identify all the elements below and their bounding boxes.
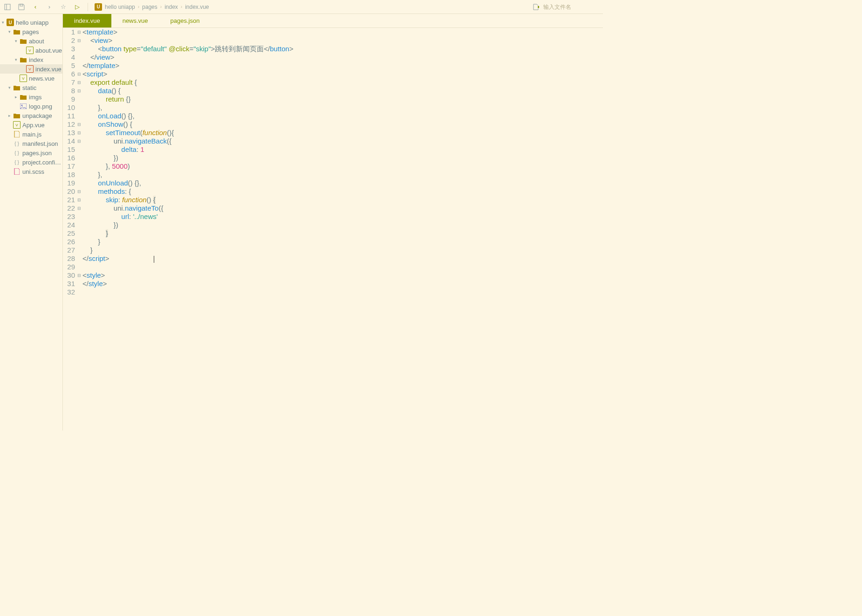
code-line[interactable]: delta: 1 — [82, 145, 294, 154]
tab-index-vue[interactable]: index.vue — [63, 14, 111, 27]
code-line[interactable]: <style> — [82, 271, 294, 280]
fold-icon[interactable]: ⊟ — [77, 271, 82, 280]
star-icon[interactable]: ☆ — [60, 3, 67, 11]
code-line[interactable]: </template> — [82, 62, 294, 70]
tree-label: about.vue — [35, 47, 62, 54]
code-line[interactable]: }) — [82, 154, 294, 162]
code-line[interactable]: setTimeout(function(){ — [82, 129, 294, 137]
code-line[interactable]: onLoad() {}, — [82, 112, 294, 120]
line-number: 30 — [63, 271, 77, 280]
line-number: 23 — [63, 212, 77, 221]
line-number: 15 — [63, 145, 77, 154]
fold-icon[interactable]: ⊟ — [77, 204, 82, 212]
code-line[interactable]: <view> — [82, 36, 294, 45]
code-line[interactable]: methods: { — [82, 187, 294, 196]
file-search-input[interactable] — [543, 4, 599, 10]
breadcrumb-item[interactable]: hello uniapp — [105, 4, 135, 10]
fold-icon[interactable]: ⊟ — [77, 137, 82, 145]
fold-icon — [77, 238, 82, 246]
fold-icon[interactable]: ⊟ — [77, 196, 82, 204]
code-line[interactable]: </script> — [82, 254, 294, 263]
code-line[interactable]: <button type="default" @click="skip">跳转到… — [82, 45, 294, 53]
code-line[interactable]: onUnload() {}, — [82, 179, 294, 187]
line-number: 29 — [63, 263, 77, 271]
fold-icon[interactable]: ⊟ — [77, 28, 82, 36]
breadcrumb-item[interactable]: index.vue — [185, 4, 209, 10]
tree-item[interactable]: uni.scss — [0, 167, 62, 176]
fold-icon[interactable]: ⊟ — [77, 87, 82, 95]
fold-icon — [77, 103, 82, 112]
panel-toggle-icon[interactable] — [4, 3, 11, 11]
code-line[interactable]: data() { — [82, 87, 294, 95]
code-line[interactable]: onShow() { — [82, 120, 294, 129]
run-icon[interactable]: ▷ — [74, 3, 81, 11]
tree-item[interactable]: { }manifest.json — [0, 139, 62, 148]
code-line[interactable]: }) — [82, 221, 294, 229]
code-line[interactable]: uni.navigateBack({ — [82, 137, 294, 145]
fold-icon — [77, 179, 82, 187]
tree-item[interactable]: Vabout.vue — [0, 46, 62, 55]
fold-icon — [77, 246, 82, 254]
code-line[interactable]: <template> — [82, 28, 294, 36]
breadcrumb-item[interactable]: pages — [142, 4, 157, 10]
fold-icon[interactable]: ⊟ — [77, 70, 82, 78]
code-line[interactable]: } — [82, 238, 294, 246]
breadcrumb: U hello uniapp › pages › index › index.v… — [95, 3, 209, 11]
tree-item[interactable]: ▾pages — [0, 27, 62, 36]
svg-point-6 — [21, 105, 23, 106]
file-icon — [13, 112, 21, 119]
line-number: 9 — [63, 95, 77, 103]
tree-item[interactable]: Vnews.vue — [0, 74, 62, 83]
code-line[interactable]: <script> — [82, 70, 294, 78]
tab-news-vue[interactable]: news.vue — [111, 14, 159, 27]
tree-item[interactable]: { }project.config.... — [0, 157, 62, 167]
tree-item[interactable]: { }pages.json — [0, 148, 62, 157]
code-line[interactable]: } — [82, 229, 294, 238]
code-editor[interactable]: 1⊟2⊟3456⊟7⊟8⊟9101112⊟13⊟14⊟151617181920⊟… — [63, 28, 603, 431]
code-line[interactable]: uni.navigateTo({ — [82, 204, 294, 212]
tree-item[interactable]: ▸unpackage — [0, 111, 62, 120]
tree-item[interactable]: Vindex.vue — [0, 64, 62, 74]
tree-item[interactable]: ▾static — [0, 83, 62, 92]
tree-item[interactable]: ▾about — [0, 36, 62, 46]
new-file-icon[interactable] — [532, 3, 540, 11]
project-icon: U — [95, 3, 102, 11]
code-line[interactable]: } — [82, 246, 294, 254]
breadcrumb-item[interactable]: index — [164, 4, 178, 10]
line-number: 4 — [63, 53, 77, 62]
code-line[interactable]: url: '../news' — [82, 212, 294, 221]
code-line[interactable]: </view> — [82, 53, 294, 62]
code-line[interactable]: }, 5000) — [82, 162, 294, 171]
fold-icon[interactable]: ⊟ — [77, 78, 82, 87]
tree-root[interactable]: ▾ U hello uniapp — [0, 18, 62, 27]
tree-item[interactable]: ▾index — [0, 55, 62, 64]
file-icon — [13, 130, 21, 138]
fold-icon[interactable]: ⊟ — [77, 129, 82, 137]
save-icon[interactable] — [18, 3, 25, 11]
code-line[interactable]: }, — [82, 103, 294, 112]
tab-pages-json[interactable]: pages.json — [159, 14, 211, 27]
tree-item[interactable]: main.js — [0, 130, 62, 139]
code-line[interactable]: export default { — [82, 78, 294, 87]
code-line[interactable]: skip: function() { — [82, 196, 294, 204]
fold-icon[interactable]: ⊟ — [77, 36, 82, 45]
tree-label: unpackage — [22, 112, 52, 119]
forward-icon[interactable]: › — [46, 3, 53, 11]
tree-item[interactable]: ▸imgs — [0, 92, 62, 102]
code-line[interactable] — [82, 288, 294, 296]
code-line[interactable]: </style> — [82, 280, 294, 288]
fold-icon — [77, 112, 82, 120]
fold-icon[interactable]: ⊟ — [77, 120, 82, 129]
fold-icon[interactable]: ⊟ — [77, 187, 82, 196]
line-number: 2 — [63, 36, 77, 45]
fold-icon — [77, 221, 82, 229]
code-line[interactable]: return {} — [82, 95, 294, 103]
code-line[interactable] — [82, 263, 294, 271]
code-line[interactable]: }, — [82, 171, 294, 179]
line-number: 18 — [63, 171, 77, 179]
tree-item[interactable]: logo.png — [0, 102, 62, 111]
tree-arrow-icon: ▾ — [15, 39, 20, 43]
tree-item[interactable]: VApp.vue — [0, 120, 62, 130]
back-icon[interactable]: ‹ — [32, 3, 39, 11]
line-number: 20 — [63, 187, 77, 196]
